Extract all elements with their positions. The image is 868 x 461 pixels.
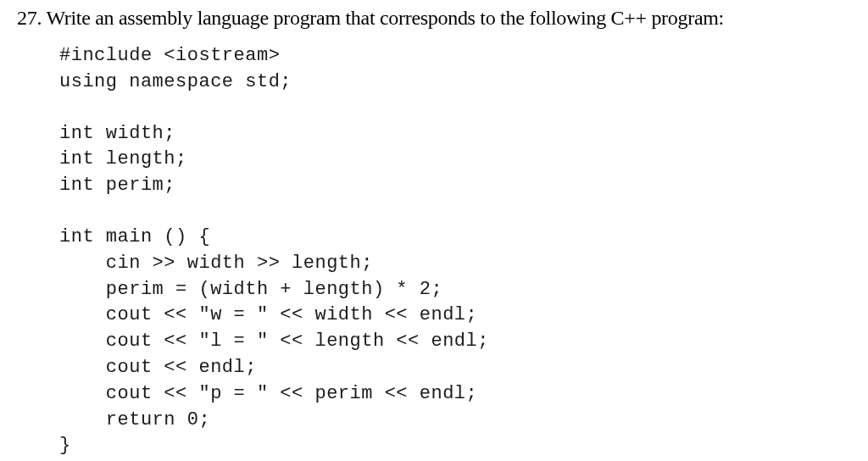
code-blank-line [59, 96, 851, 121]
code-line: cout << endl; [59, 355, 851, 381]
code-line: perim = (width + length) * 2; [59, 277, 851, 303]
code-line: int perim; [59, 173, 851, 199]
code-line: cout << "p = " << perim << endl; [59, 381, 851, 408]
question-number: 27. [17, 7, 42, 29]
code-line: return 0; [59, 408, 851, 434]
code-line: } [59, 433, 851, 459]
code-line: cin >> width >> length; [59, 251, 851, 277]
code-line: cout << "l = " << length << endl; [59, 329, 851, 355]
question-prompt: 27. Write an assembly language program t… [17, 7, 851, 30]
code-line: int main () { [59, 225, 851, 251]
question-text: Write an assembly language program that … [46, 7, 724, 29]
code-line: cout << "w = " << width << endl; [59, 303, 851, 329]
code-block: #include <iostream> using namespace std;… [17, 43, 851, 459]
code-line: using namespace std; [59, 69, 851, 96]
code-line: #include <iostream> [59, 43, 851, 69]
code-blank-line [59, 199, 851, 225]
code-line: int width; [59, 121, 851, 147]
code-line: int length; [59, 147, 851, 173]
